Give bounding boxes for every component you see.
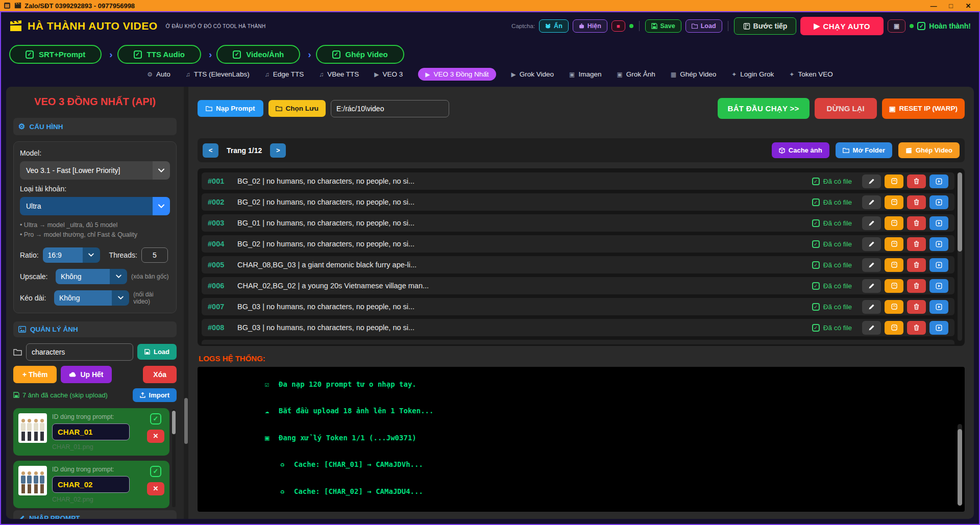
close-button[interactable]: ✕ [960, 2, 977, 10]
minimize-button[interactable]: — [925, 2, 942, 10]
tab-label: VEO 3 Đồng Nhất [433, 70, 488, 78]
edit-button[interactable] [862, 258, 881, 272]
panel-toggle-button[interactable]: ▣ [888, 19, 905, 33]
tab-icon: ♫ [265, 71, 270, 78]
edit-button[interactable] [862, 174, 881, 188]
delete-row-button[interactable] [907, 216, 926, 230]
image-folder-input[interactable] [26, 343, 133, 361]
regenerate-image-button[interactable] [885, 258, 903, 272]
tab-item[interactable]: ✦ Token VEO [789, 70, 832, 78]
account-type-select[interactable]: Ultra [20, 197, 170, 215]
delete-row-button[interactable] [907, 237, 926, 251]
model-select[interactable]: Veo 3.1 - Fast [Lower Priority] [20, 161, 170, 180]
play-video-button[interactable] [929, 258, 948, 272]
tab-item[interactable]: ▣ Imagen [569, 70, 601, 78]
open-folder-button[interactable]: Mở Folder [836, 142, 892, 158]
character-list-scrollbar[interactable] [172, 409, 176, 507]
tab-item[interactable]: ♫ VBee TTS [319, 70, 359, 78]
threads-input[interactable] [141, 247, 168, 263]
delete-row-button[interactable] [907, 174, 926, 188]
check-icon: ✓ [812, 240, 820, 248]
character-checkbox[interactable]: ✓ [150, 413, 161, 424]
merge-video-button[interactable]: Ghép Video [898, 142, 960, 158]
tab-item[interactable]: ▣ Grok Ảnh [617, 70, 655, 78]
run-auto-button[interactable]: ▶ CHẠY AUTO [800, 17, 884, 35]
play-video-button[interactable] [929, 195, 948, 209]
character-id-input[interactable] [52, 423, 130, 440]
play-video-button[interactable] [929, 174, 948, 188]
load-images-button[interactable]: Load [137, 344, 177, 360]
save-button[interactable]: Save [645, 19, 681, 33]
regenerate-image-button[interactable] [885, 216, 903, 230]
edit-button[interactable] [862, 216, 881, 230]
character-checkbox[interactable]: ✓ [150, 466, 161, 477]
cache-images-button[interactable]: Cache ảnh [772, 142, 829, 158]
delete-row-button[interactable] [907, 195, 926, 209]
save-icon [651, 23, 657, 29]
play-video-button[interactable] [929, 279, 948, 293]
captcha-stop-button[interactable]: ■ [611, 20, 625, 32]
sidebar-scrollbar[interactable] [184, 87, 188, 519]
maximize-button[interactable]: □ [942, 2, 960, 10]
workflow-step-button[interactable]: ✓ Video/Ảnh [216, 45, 300, 64]
start-run-button[interactable]: BẮT ĐẦU CHẠY >> [718, 98, 810, 119]
delete-row-button[interactable] [907, 321, 926, 335]
stop-button[interactable]: DỪNG LẠI [815, 98, 877, 119]
next-page-button[interactable]: > [270, 143, 286, 158]
edit-button[interactable] [862, 237, 881, 251]
tab-item[interactable]: ▶ VEO 3 [374, 70, 403, 78]
edit-button[interactable] [862, 279, 881, 293]
edit-button[interactable] [862, 300, 881, 314]
save-path-input[interactable] [331, 100, 449, 117]
tab-item[interactable]: ▦ Ghép Video [671, 70, 716, 78]
ratio-select[interactable]: 16:9 [43, 247, 100, 263]
terminal-scrollbar[interactable] [958, 424, 962, 506]
edit-button[interactable] [862, 195, 881, 209]
upload-all-button[interactable]: Up Hết [61, 366, 111, 383]
import-button[interactable]: Import [133, 388, 177, 402]
cloud-icon [69, 372, 77, 377]
remove-character-button[interactable]: ✕ [147, 430, 164, 443]
reset-ip-button[interactable]: ▣ RESET IP (WARP) [882, 98, 965, 119]
load-button[interactable]: Load [685, 19, 722, 33]
regenerate-image-button[interactable] [885, 321, 903, 335]
delete-images-button[interactable]: Xóa [143, 366, 177, 383]
tab-item[interactable]: ✦ Login Grok [731, 70, 774, 78]
regenerate-image-button[interactable] [885, 174, 903, 188]
play-video-button[interactable] [929, 237, 948, 251]
table-scrollbar[interactable] [958, 172, 962, 341]
character-filename: CHAR_01.png [52, 443, 142, 451]
delete-row-button[interactable] [907, 258, 926, 272]
workflow-step-button[interactable]: ✓ SRT+Prompt [9, 45, 102, 64]
play-video-button[interactable] [929, 321, 948, 335]
tab-item[interactable]: ♫ TTS (ElevenLabs) [186, 70, 250, 78]
tab-item[interactable]: ♫ Edge TTS [265, 70, 304, 78]
account-notes: • Ultra → model _ultra, đủ 5 model • Pro… [20, 220, 170, 240]
workflow-step-button[interactable]: ✓ Ghép Video [316, 45, 404, 64]
delete-row-button[interactable] [907, 300, 926, 314]
captcha-show-button[interactable]: Hiện [573, 19, 607, 33]
regenerate-image-button[interactable] [885, 279, 903, 293]
next-step-button[interactable]: Bước tiếp [734, 17, 797, 35]
captcha-hide-button[interactable]: Ẩn [539, 19, 569, 33]
regenerate-image-button[interactable] [885, 195, 903, 209]
tab-icon: ▶ [374, 71, 379, 78]
regenerate-image-button[interactable] [885, 300, 903, 314]
extend-select[interactable]: Không [54, 290, 129, 306]
load-prompt-button[interactable]: Nạp Prompt [198, 100, 263, 117]
delete-row-button[interactable] [907, 279, 926, 293]
add-image-button[interactable]: + Thêm [13, 366, 57, 383]
edit-button[interactable] [862, 321, 881, 335]
prev-page-button[interactable]: < [203, 143, 218, 158]
tab-item[interactable]: ▶ VEO 3 Đồng Nhất [418, 68, 496, 81]
character-id-input[interactable] [52, 476, 130, 493]
remove-character-button[interactable]: ✕ [147, 482, 164, 495]
play-video-button[interactable] [929, 300, 948, 314]
play-video-button[interactable] [929, 216, 948, 230]
workflow-step-button[interactable]: ✓ TTS Audio [117, 45, 201, 64]
tab-item[interactable]: ▶ Grok Video [511, 70, 554, 78]
upscale-select[interactable]: Không [56, 269, 127, 284]
choose-save-button[interactable]: Chọn Lưu [268, 100, 326, 117]
regenerate-image-button[interactable] [885, 237, 903, 251]
tab-item[interactable]: ⚙ Auto [147, 70, 170, 78]
